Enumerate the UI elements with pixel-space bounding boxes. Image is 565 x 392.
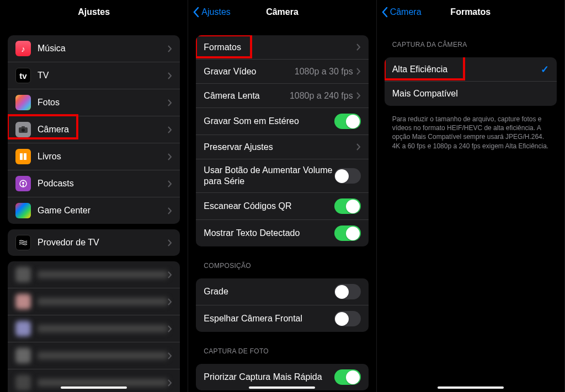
toggle-volume-serie[interactable]	[334, 168, 361, 184]
row-musica[interactable]: ♪ Música	[8, 35, 180, 62]
photos-icon	[15, 95, 31, 110]
toggle-texto[interactable]	[334, 225, 361, 241]
row-camera[interactable]: Câmera	[8, 116, 180, 143]
panel-camera: Ajustes Câmera Formatos Gravar Vídeo 108…	[188, 0, 376, 392]
row-podcasts[interactable]: Podcasts	[8, 170, 180, 197]
tv-icon: tv	[15, 68, 31, 83]
toggle-grade[interactable]	[334, 284, 361, 299]
row-provider-tv[interactable]: Provedor de TV	[8, 229, 180, 256]
formatos-group: Alta Eficiência ✓ Mais Compatível	[385, 57, 557, 106]
row-gravar-video[interactable]: Gravar Vídeo 1080p a 30 fps	[196, 60, 368, 84]
row-texto-detectado[interactable]: Mostrar Texto Detectado	[196, 220, 368, 246]
chevron-right-icon	[356, 92, 361, 99]
home-indicator[interactable]	[61, 386, 127, 389]
row-qr[interactable]: Escanear Códigos QR	[196, 193, 368, 220]
chevron-right-icon	[168, 239, 172, 246]
back-button[interactable]: Ajustes	[193, 7, 230, 18]
page-title: Ajustes	[78, 7, 110, 17]
toggle-qr[interactable]	[334, 198, 361, 214]
header: Ajustes Câmera	[188, 0, 376, 24]
chevron-right-icon	[168, 153, 172, 160]
toggle-espelhar[interactable]	[334, 311, 361, 326]
podcasts-icon	[15, 176, 31, 191]
chevron-right-icon	[168, 72, 172, 79]
row-formatos[interactable]: Formatos	[196, 35, 368, 60]
home-indicator[interactable]	[438, 386, 504, 389]
home-indicator[interactable]	[249, 386, 315, 389]
chevron-right-icon	[168, 180, 172, 187]
chevron-right-icon	[356, 143, 361, 151]
svg-point-4	[22, 182, 24, 184]
camera-group-main: Formatos Gravar Vídeo 1080p a 30 fps Câm…	[196, 35, 368, 246]
panel-formatos: Câmera Formatos CAPTURA DA CÂMERA Alta E…	[377, 0, 565, 392]
section-composicao: COMPOSIÇÃO	[188, 252, 376, 273]
music-icon: ♪	[15, 41, 31, 56]
back-button[interactable]: Câmera	[381, 7, 422, 18]
footer-formatos: Para reduzir o tamanho de arquivo, captu…	[377, 111, 564, 151]
row-blurred[interactable]	[8, 342, 180, 369]
camera-group-composicao: Grade Espelhar Câmera Frontal	[196, 278, 368, 332]
row-volume-serie[interactable]: Usar Botão de Aumentar Volume para Série	[196, 159, 368, 193]
row-camera-lenta[interactable]: Câmera Lenta 1080p a 240 fps	[196, 84, 368, 108]
header: Ajustes	[0, 0, 188, 24]
section-captura-camera: CAPTURA DA CÂMERA	[377, 24, 564, 52]
settings-group-provider: Provedor de TV	[8, 229, 180, 256]
camera-icon	[15, 122, 31, 137]
row-livros[interactable]: Livros	[8, 143, 180, 170]
chevron-right-icon	[168, 99, 172, 106]
toggle-estereo[interactable]	[334, 114, 361, 129]
row-tv[interactable]: tv TV	[8, 62, 180, 89]
chevron-right-icon	[356, 68, 361, 75]
checkmark-icon: ✓	[541, 63, 549, 76]
row-espelhar[interactable]: Espelhar Câmera Frontal	[196, 305, 368, 332]
svg-rect-2	[22, 126, 25, 128]
row-grade[interactable]: Grade	[196, 278, 368, 305]
row-estereo[interactable]: Gravar Som em Estéreo	[196, 108, 368, 135]
gamecenter-icon	[15, 203, 31, 218]
row-alta-eficiencia[interactable]: Alta Eficiência ✓	[385, 57, 557, 82]
chevron-right-icon	[168, 207, 172, 214]
row-blurred[interactable]	[8, 261, 180, 288]
panel-ajustes: Ajustes ♪ Música tv TV Fotos Câmera	[0, 0, 188, 392]
row-fotos[interactable]: Fotos	[8, 89, 180, 116]
page-title: Formatos	[450, 7, 491, 17]
header: Câmera Formatos	[377, 0, 564, 24]
books-icon	[15, 149, 31, 164]
row-gamecenter[interactable]: Game Center	[8, 197, 180, 224]
row-blurred[interactable]	[8, 288, 180, 315]
section-captura-foto: CAPTURA DE FOTO	[188, 337, 376, 358]
toggle-priorizar[interactable]	[334, 369, 361, 385]
row-blurred[interactable]	[8, 315, 180, 342]
settings-group-media: ♪ Música tv TV Fotos Câmera Livros	[8, 35, 180, 224]
row-mais-compativel[interactable]: Mais Compatível	[385, 82, 557, 106]
svg-point-1	[22, 128, 25, 132]
provider-icon	[15, 235, 31, 250]
settings-group-blurred	[8, 261, 180, 392]
row-preservar[interactable]: Preservar Ajustes	[196, 135, 368, 159]
chevron-right-icon	[356, 44, 361, 51]
page-title: Câmera	[266, 7, 299, 17]
chevron-right-icon	[168, 45, 172, 52]
chevron-right-icon	[168, 126, 172, 133]
